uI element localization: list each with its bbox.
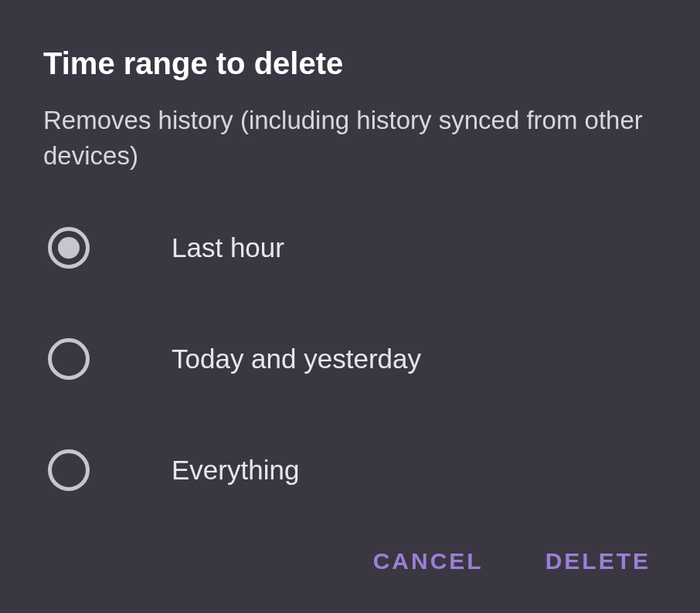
cancel-button[interactable]: CANCEL bbox=[373, 548, 484, 574]
dialog-actions: CANCEL DELETE bbox=[43, 548, 657, 582]
dialog-title: Time range to delete bbox=[43, 46, 657, 81]
radio-label: Today and yesterday bbox=[172, 344, 421, 374]
radio-group: Last hour Today and yesterday Everything bbox=[43, 227, 657, 491]
radio-option-everything[interactable]: Everything bbox=[48, 449, 657, 491]
radio-unselected-icon bbox=[48, 338, 90, 380]
radio-selected-icon bbox=[48, 227, 90, 269]
radio-label: Last hour bbox=[172, 232, 284, 263]
delete-button[interactable]: DELETE bbox=[545, 548, 651, 574]
dialog-description: Removes history (including history synce… bbox=[43, 103, 657, 173]
radio-option-last-hour[interactable]: Last hour bbox=[48, 227, 657, 269]
radio-label: Everything bbox=[172, 455, 299, 486]
radio-unselected-icon bbox=[48, 449, 90, 491]
radio-option-today-yesterday[interactable]: Today and yesterday bbox=[48, 338, 657, 380]
